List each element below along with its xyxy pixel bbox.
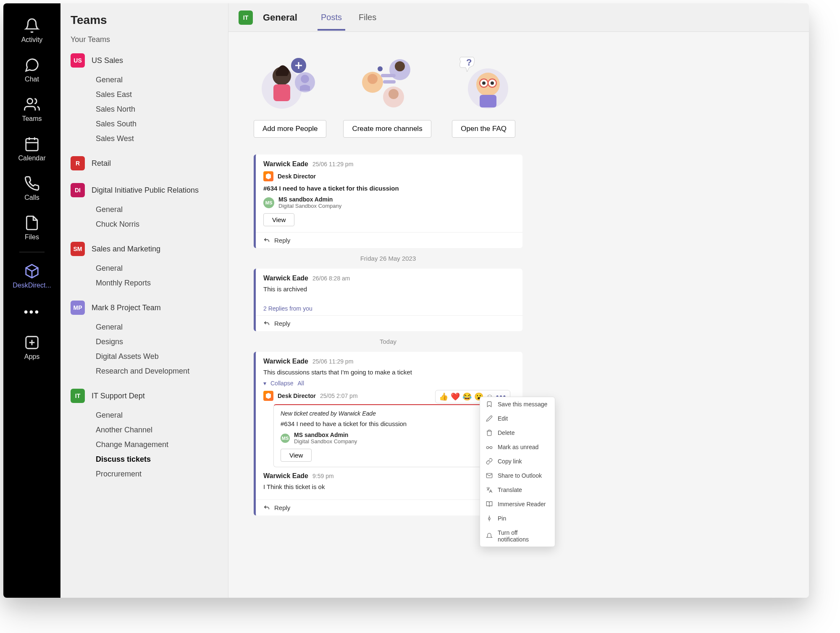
ctx-share-outlook[interactable]: Share to Outlook	[480, 468, 555, 483]
ctx-copy-link[interactable]: Copy link	[480, 454, 555, 468]
app-window: Activity Chat Teams Calendar Calls Files…	[3, 3, 809, 598]
svg-point-29	[482, 81, 486, 85]
channel-item[interactable]: Change Management	[92, 437, 221, 452]
channel-item[interactable]: Sales West	[92, 131, 221, 146]
svg-point-19	[395, 61, 405, 71]
ticket-title: #634 I need to have a ticket for this di…	[281, 420, 508, 427]
svg-point-35	[486, 447, 488, 449]
channel-item[interactable]: Discuss tickets	[92, 452, 221, 467]
rail-files[interactable]: Files	[3, 209, 60, 247]
phone-icon	[24, 175, 40, 191]
bookmark-icon	[486, 401, 493, 408]
replies-link[interactable]: 2 Replies from you	[256, 302, 522, 315]
reaction-heart[interactable]: ❤️	[451, 392, 460, 401]
navigation-rail: Activity Chat Teams Calendar Calls Files…	[3, 3, 60, 598]
channel-item[interactable]: Chuck Norris	[92, 217, 221, 232]
create-channels-button[interactable]: Create more channels	[343, 120, 431, 138]
svg-point-0	[27, 99, 33, 104]
deskdirector-app-icon	[263, 391, 273, 401]
rail-chat[interactable]: Chat	[3, 51, 60, 89]
team-badge: R	[71, 156, 85, 170]
people-icon	[24, 97, 40, 112]
add-people-button[interactable]: Add more People	[254, 120, 326, 138]
translate-icon	[486, 487, 493, 493]
view-button[interactable]: View	[281, 449, 312, 462]
reply-button[interactable]: Reply	[256, 232, 522, 248]
ctx-immersive[interactable]: Immersive Reader	[480, 497, 555, 511]
channel-item[interactable]: Monthly Reports	[92, 276, 221, 290]
rail-more[interactable]: •••	[24, 297, 40, 327]
ctx-edit[interactable]: Edit	[480, 411, 555, 426]
channel-item[interactable]: General	[92, 320, 221, 335]
channel-item[interactable]: Designs	[92, 335, 221, 349]
ctx-notifications[interactable]: Turn off notifications	[480, 526, 555, 547]
rail-activity[interactable]: Activity	[3, 12, 60, 50]
channel-item[interactable]: General	[92, 408, 221, 423]
reaction-thumbsup[interactable]: 👍	[439, 392, 448, 401]
post-timestamp: 26/06 8:28 am	[312, 275, 350, 282]
team-section: MPMark 8 Project TeamGeneralDesignsDigit…	[67, 298, 221, 379]
team-header[interactable]: ITIT Support Dept	[67, 386, 221, 405]
rail-teams[interactable]: Teams	[3, 91, 60, 128]
channel-item[interactable]: Research and Development	[92, 364, 221, 379]
posts-feed: Add more People Create more channels ? O…	[228, 32, 809, 598]
post-timestamp: 9:59 pm	[312, 473, 334, 479]
channel-item[interactable]: Sales East	[92, 87, 221, 102]
rail-deskdirector[interactable]: DeskDirect...	[3, 257, 60, 295]
reply-button[interactable]: Reply	[256, 315, 522, 331]
team-header[interactable]: USUS Sales	[67, 51, 221, 70]
svg-rect-23	[383, 80, 396, 84]
channel-item[interactable]: Another Channel	[92, 423, 221, 437]
pin-icon	[486, 515, 493, 522]
ticket-user: MS MS sandbox Admin Digital Sandbox Comp…	[281, 432, 508, 445]
ctx-save[interactable]: Save this message	[480, 397, 555, 411]
post-timestamp: 25/06 11:29 pm	[312, 358, 353, 365]
reaction-laugh[interactable]: 😂	[462, 392, 472, 401]
ctx-translate[interactable]: Translate	[480, 483, 555, 497]
tab-posts[interactable]: Posts	[318, 4, 345, 31]
collapse-link[interactable]: Collapse	[270, 380, 293, 387]
post-card: Warwick Eade 26/06 8:28 am This is archi…	[254, 269, 522, 331]
svg-point-30	[491, 81, 494, 85]
apps-icon	[24, 335, 40, 351]
channel-item[interactable]: Sales South	[92, 117, 221, 131]
rail-apps[interactable]: Apps	[3, 329, 60, 366]
post-text: This is archived	[263, 285, 515, 293]
file-icon	[24, 215, 40, 231]
channel-item[interactable]: General	[92, 261, 221, 276]
svg-point-17	[368, 74, 378, 84]
team-header[interactable]: MPMark 8 Project Team	[67, 298, 221, 317]
svg-point-24	[378, 66, 383, 71]
sidebar-subtitle: Your Teams	[67, 35, 221, 44]
rail-calendar[interactable]: Calendar	[3, 130, 60, 168]
channel-item[interactable]: General	[92, 73, 221, 87]
team-header[interactable]: RRetail	[67, 154, 221, 173]
channel-title: General	[263, 12, 297, 23]
post-card: Warwick Eade 25/06 11:29 pm This discuss…	[254, 352, 522, 515]
rail-calls[interactable]: Calls	[3, 170, 60, 207]
open-faq-button[interactable]: Open the FAQ	[452, 120, 515, 138]
ctx-unread[interactable]: Mark as unread	[480, 440, 555, 454]
all-link[interactable]: All	[297, 380, 304, 387]
team-name: Mark 8 Project Team	[92, 303, 161, 312]
team-section: USUS SalesGeneralSales EastSales NorthSa…	[67, 51, 221, 146]
welcome-people: Add more People	[254, 49, 326, 138]
channel-item[interactable]: General	[92, 202, 221, 217]
view-button[interactable]: View	[263, 213, 294, 226]
sidebar-title: Teams	[67, 13, 221, 27]
trash-icon	[486, 429, 493, 436]
people-illustration	[255, 49, 326, 112]
channel-item[interactable]: Procrurement	[92, 467, 221, 481]
ctx-pin[interactable]: Pin	[480, 511, 555, 526]
team-section: RRetail	[67, 154, 221, 173]
team-header[interactable]: DIDigital Initiative Public Relations	[67, 180, 221, 200]
team-header[interactable]: SMSales and Marketing	[67, 239, 221, 259]
ctx-delete[interactable]: Delete	[480, 426, 555, 440]
team-name: IT Support Dept	[92, 392, 145, 400]
channel-item[interactable]: Digital Assets Web	[92, 349, 221, 364]
team-section: ITIT Support DeptGeneralAnother ChannelC…	[67, 386, 221, 481]
tab-files[interactable]: Files	[355, 4, 380, 31]
svg-point-36	[490, 447, 492, 449]
channel-item[interactable]: Sales North	[92, 102, 221, 117]
context-menu: Save this message Edit Delete Mark as un…	[480, 397, 555, 547]
